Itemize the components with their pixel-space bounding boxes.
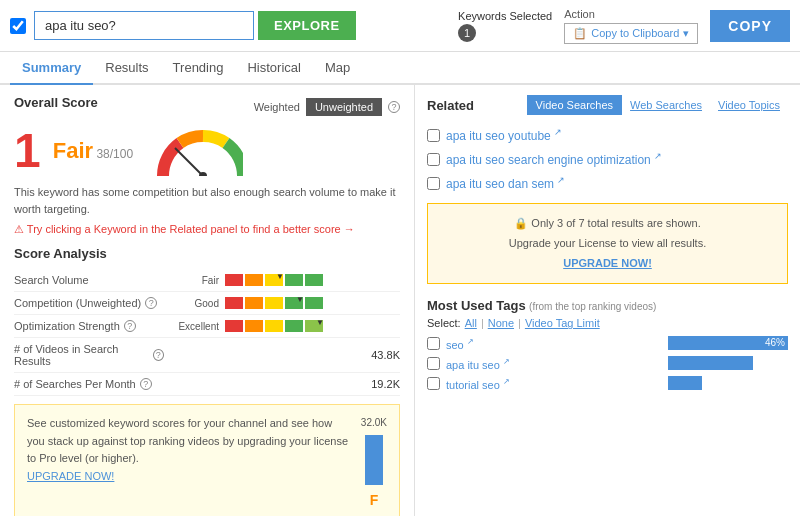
analysis-row-videos: # of Videos in Search Results ? 43.8K <box>14 338 400 373</box>
explore-button[interactable]: EXPLORE <box>258 11 356 40</box>
tab-web-searches[interactable]: Web Searches <box>622 95 710 115</box>
info-videos-icon[interactable]: ? <box>153 349 164 361</box>
overall-score-title: Overall Score <box>14 95 98 110</box>
related-item-2: apa itu seo search engine optimization ↗ <box>427 147 788 171</box>
info-competition-icon[interactable]: ? <box>145 297 157 309</box>
tag-row-apa-itu-seo: apa itu seo ↗ 33% <box>427 353 788 373</box>
label-searches: # of Searches Per Month ? <box>14 378 164 390</box>
related-checkbox-3[interactable] <box>427 177 440 190</box>
tag-checkbox-apa-itu-seo[interactable] <box>427 357 440 370</box>
score-analysis: Score Analysis Search Volume Fair ▼ <box>14 246 400 396</box>
score-letter: F <box>370 489 379 511</box>
copy-clipboard-button[interactable]: 📋 Copy to Clipboard ▾ <box>564 23 698 44</box>
related-link-3[interactable]: apa itu seo dan sem ↗ <box>446 175 565 191</box>
bar-competition: Good ▼ <box>164 297 400 309</box>
label-search-volume: Search Volume <box>14 274 164 286</box>
tag-row-tutorial-seo: tutorial seo ↗ 13% <box>427 373 788 393</box>
external-icon-1: ↗ <box>554 127 562 137</box>
chevron-down-icon: ▾ <box>683 27 689 40</box>
upgrade-now-link-right[interactable]: UPGRADE NOW! <box>563 257 652 269</box>
tag-name-tutorial-seo: tutorial seo ↗ <box>446 377 662 391</box>
keywords-selected-label: Keywords Selected <box>458 10 552 22</box>
related-link-1[interactable]: apa itu seo youtube ↗ <box>446 127 562 143</box>
info-optimization-icon[interactable]: ? <box>124 320 136 332</box>
label-videos: # of Videos in Search Results ? <box>14 343 164 367</box>
tags-separator: | <box>481 317 484 329</box>
score-label: Fair <box>53 138 93 163</box>
clipboard-icon: 📋 <box>573 27 587 40</box>
analysis-row-searches: # of Searches Per Month ? 19.2K <box>14 373 400 396</box>
related-link-2[interactable]: apa itu seo search engine optimization ↗ <box>446 151 662 167</box>
score-fraction: 38/100 <box>96 147 133 161</box>
score-tip: ⚠ Try clicking a Keyword in the Related … <box>14 223 400 236</box>
tag-bar-seo: 46% <box>668 336 788 350</box>
tags-header-area: Most Used Tags (from the top ranking vid… <box>427 298 788 313</box>
keywords-badge: 1 <box>458 24 476 42</box>
tags-select-area: Select: All | None | Video Tag Limit <box>427 317 788 329</box>
related-item-3: apa itu seo dan sem ↗ <box>427 171 788 195</box>
tags-title: Most Used Tags <box>427 298 526 313</box>
tab-results[interactable]: Results <box>93 52 160 85</box>
right-panel: Related Video Searches Web Searches Vide… <box>415 85 800 516</box>
tags-video-tag-limit[interactable]: Video Tag Limit <box>525 317 600 329</box>
upgrade-notice-text2: Upgrade your License to view all results… <box>509 237 706 249</box>
gauge-chart <box>153 126 243 176</box>
label-optimization: Optimization Strength ? <box>14 320 164 332</box>
unweighted-button[interactable]: Unweighted <box>306 98 382 116</box>
related-checkbox-2[interactable] <box>427 153 440 166</box>
upgrade-notice-text1: Only 3 of 7 total results are shown. <box>531 217 700 229</box>
score-analysis-title: Score Analysis <box>14 246 400 261</box>
tab-summary[interactable]: Summary <box>10 52 93 85</box>
tags-separator2: | <box>518 317 521 329</box>
score-display: 1 Fair 38/100 <box>14 126 400 176</box>
tab-video-topics[interactable]: Video Topics <box>710 95 788 115</box>
upgrade-notice-text: See customized keyword scores for your c… <box>27 415 351 485</box>
overall-score-header: Overall Score Weighted Unweighted ? <box>14 95 400 118</box>
mini-bar <box>365 435 383 485</box>
tags-subtitle: (from the top ranking videos) <box>529 301 656 312</box>
external-icon-2: ↗ <box>654 151 662 161</box>
related-title: Related <box>427 98 474 113</box>
bar-optimization: Excellent ▼ <box>164 320 400 332</box>
score-description: This keyword has some competition but al… <box>14 184 400 217</box>
external-icon-apa-itu-seo: ↗ <box>503 357 510 366</box>
tag-checkbox-seo[interactable] <box>427 337 440 350</box>
weighted-label: Weighted <box>254 101 300 113</box>
upgrade-now-link-left[interactable]: UPGRADE NOW! <box>27 470 114 482</box>
label-competition: Competition (Unweighted) ? <box>14 297 164 309</box>
external-icon-tutorial-seo: ↗ <box>503 377 510 386</box>
copy-button[interactable]: COPY <box>710 10 790 42</box>
score-label-area: Fair 38/100 <box>53 138 133 164</box>
tab-video-searches[interactable]: Video Searches <box>527 95 622 115</box>
mini-bar-area: 32.0K F <box>361 415 387 511</box>
related-upgrade-box: 🔒 Only 3 of 7 total results are shown. U… <box>427 203 788 284</box>
nav-tabs: Summary Results Trending Historical Map <box>0 52 800 85</box>
action-label: Action <box>564 8 595 20</box>
tag-row-seo: seo ↗ 46% <box>427 333 788 353</box>
keyword-checkbox[interactable] <box>10 18 26 34</box>
tag-checkbox-tutorial-seo[interactable] <box>427 377 440 390</box>
search-input[interactable] <box>34 11 254 40</box>
external-icon-seo: ↗ <box>467 337 474 346</box>
related-checkbox-1[interactable] <box>427 129 440 142</box>
external-icon-3: ↗ <box>557 175 565 185</box>
info-searches-icon[interactable]: ? <box>140 378 152 390</box>
bar-search-volume: Fair ▼ <box>164 274 400 286</box>
analysis-row-competition: Competition (Unweighted) ? Good ▼ <box>14 292 400 315</box>
action-area: Action 📋 Copy to Clipboard ▾ <box>564 8 698 44</box>
tags-select-all[interactable]: All <box>465 317 477 329</box>
lock-icon: 🔒 <box>514 217 528 229</box>
header: EXPLORE Keywords Selected 1 Action 📋 Cop… <box>0 0 800 52</box>
info-icon[interactable]: ? <box>388 101 400 113</box>
tab-trending[interactable]: Trending <box>161 52 236 85</box>
related-header: Related Video Searches Web Searches Vide… <box>427 95 788 115</box>
tags-select-none[interactable]: None <box>488 317 514 329</box>
bar-value: 32.0K <box>361 415 387 431</box>
tab-historical[interactable]: Historical <box>235 52 312 85</box>
upgrade-notice: See customized keyword scores for your c… <box>14 404 400 516</box>
weight-toggle: Weighted Unweighted ? <box>254 98 400 116</box>
main-content: Overall Score Weighted Unweighted ? 1 Fa… <box>0 85 800 516</box>
tag-bar-apa-itu-seo: 33% <box>668 356 788 370</box>
value-searches: 19.2K <box>371 378 400 390</box>
tab-map[interactable]: Map <box>313 52 362 85</box>
